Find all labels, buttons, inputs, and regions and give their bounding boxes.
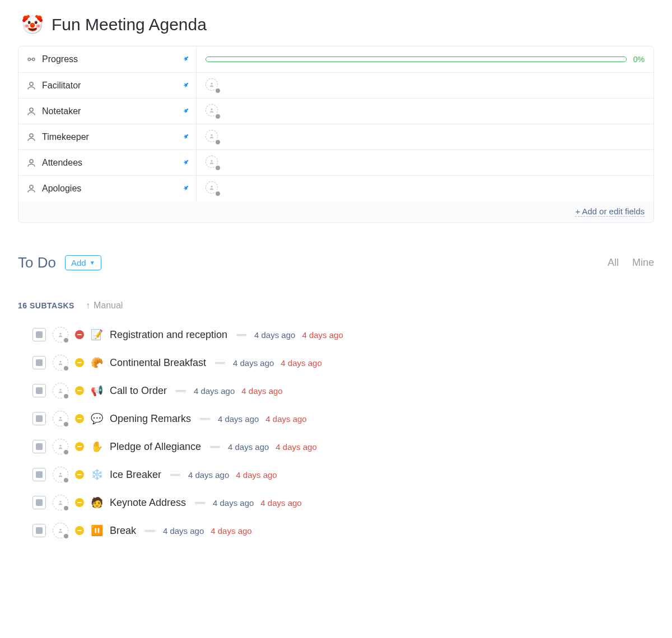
pin-icon[interactable] — [181, 81, 190, 90]
field-value-cell[interactable] — [197, 124, 654, 149]
task-name[interactable]: Break — [110, 525, 136, 537]
fields-footer: + Add or edit fields — [18, 201, 654, 222]
task-checkbox[interactable] — [32, 356, 46, 369]
field-value-cell[interactable] — [197, 176, 654, 201]
field-value-cell[interactable] — [197, 73, 654, 98]
priority-icon[interactable] — [75, 358, 84, 367]
progress-track — [206, 57, 627, 62]
filter-all[interactable]: All — [608, 257, 619, 269]
field-label-cell[interactable]: Attendees — [18, 150, 197, 175]
svg-point-14 — [59, 389, 61, 391]
svg-point-13 — [59, 361, 61, 363]
svg-point-2 — [30, 82, 33, 86]
priority-icon[interactable] — [75, 526, 84, 535]
task-emoji-icon: ❄️ — [91, 468, 103, 481]
priority-icon[interactable] — [75, 414, 84, 423]
pin-icon[interactable] — [181, 133, 190, 142]
sort-button[interactable]: ↑ Manual — [86, 301, 123, 311]
add-button[interactable]: Add ▼ — [65, 255, 101, 270]
task-name[interactable]: Registration and reception — [110, 329, 227, 341]
assignee-empty-icon[interactable] — [206, 130, 220, 144]
svg-point-0 — [28, 58, 31, 61]
pin-icon[interactable] — [181, 55, 190, 64]
priority-icon[interactable] — [75, 386, 84, 395]
task-created-date: 4 days ago — [254, 330, 295, 340]
task-checkbox[interactable] — [32, 524, 46, 537]
task-due-date: 4 days ago — [276, 442, 316, 452]
svg-point-6 — [30, 134, 33, 137]
task-checkbox[interactable] — [32, 468, 46, 481]
drag-handle-icon[interactable]: ══ — [145, 526, 154, 535]
person-icon — [26, 132, 36, 142]
task-checkbox[interactable] — [32, 328, 46, 341]
person-icon — [26, 106, 36, 116]
field-value-cell[interactable] — [197, 150, 654, 175]
priority-icon[interactable] — [75, 330, 84, 339]
drag-handle-icon[interactable]: ══ — [215, 358, 224, 367]
task-checkbox[interactable] — [32, 496, 46, 509]
task-name[interactable]: Ice Breaker — [110, 469, 161, 481]
assignee-empty-icon[interactable] — [53, 495, 68, 510]
assignee-empty-icon[interactable] — [53, 355, 68, 370]
task-emoji-icon: 💬 — [91, 412, 103, 425]
field-value-cell[interactable]: 0% — [197, 46, 654, 72]
svg-point-12 — [59, 333, 61, 335]
assignee-empty-icon[interactable] — [53, 411, 68, 426]
task-checkbox[interactable] — [32, 412, 46, 425]
assignee-empty-icon[interactable] — [53, 523, 68, 538]
field-label-cell[interactable]: Apologies — [18, 176, 197, 201]
assignee-empty-icon[interactable] — [53, 467, 68, 482]
svg-point-16 — [59, 445, 61, 447]
task-name[interactable]: Opening Remarks — [110, 413, 191, 425]
field-label-cell[interactable]: Timekeeper — [18, 124, 197, 149]
subtasks-count: 16 SUBTASKS — [18, 301, 74, 310]
task-due-date: 4 days ago — [281, 358, 321, 368]
assignee-empty-icon[interactable] — [206, 156, 220, 170]
assignee-empty-icon[interactable] — [206, 104, 220, 119]
page-title[interactable]: Fun Meeting Agenda — [52, 15, 207, 34]
filter-mine[interactable]: Mine — [632, 257, 654, 269]
assignee-empty-icon[interactable] — [206, 78, 220, 93]
assignee-empty-icon[interactable] — [206, 181, 220, 196]
drag-handle-icon[interactable]: ══ — [200, 414, 209, 423]
task-emoji-icon: ✋ — [91, 440, 103, 453]
field-label: Apologies — [42, 184, 81, 194]
task-checkbox[interactable] — [32, 384, 46, 397]
field-value-cell[interactable] — [197, 98, 654, 124]
pin-icon[interactable] — [181, 107, 190, 116]
task-due-date: 4 days ago — [236, 470, 277, 480]
field-label-cell[interactable]: Progress — [18, 46, 197, 72]
task-name[interactable]: Continental Breakfast — [110, 357, 206, 369]
svg-point-15 — [59, 417, 61, 419]
task-created-date: 4 days ago — [163, 526, 204, 536]
task-emoji-icon: 🧑 — [91, 496, 103, 509]
progress-percent: 0% — [633, 55, 645, 64]
priority-icon[interactable] — [75, 498, 84, 507]
pin-icon[interactable] — [181, 158, 190, 167]
progress-bar[interactable]: 0% — [206, 55, 645, 64]
field-label-cell[interactable]: Notetaker — [18, 98, 197, 124]
pin-icon[interactable] — [181, 184, 190, 193]
drag-handle-icon[interactable]: ══ — [170, 470, 179, 479]
svg-point-9 — [211, 160, 212, 161]
drag-handle-icon[interactable]: ══ — [176, 386, 185, 395]
task-created-date: 4 days ago — [188, 470, 229, 480]
task-name[interactable]: Pledge of Allegiance — [110, 441, 201, 453]
drag-handle-icon[interactable]: ══ — [236, 330, 245, 339]
add-edit-fields-link[interactable]: + Add or edit fields — [575, 207, 645, 217]
task-checkbox[interactable] — [32, 440, 46, 453]
task-name[interactable]: Keynote Address — [110, 497, 186, 509]
field-row: Notetaker — [18, 98, 654, 124]
task-due-date: 4 days ago — [241, 386, 282, 396]
task-name[interactable]: Call to Order — [110, 385, 167, 397]
task-created-date: 4 days ago — [233, 358, 274, 368]
drag-handle-icon[interactable]: ══ — [195, 498, 204, 507]
task-due-date: 4 days ago — [265, 414, 306, 424]
priority-icon[interactable] — [75, 442, 84, 451]
priority-icon[interactable] — [75, 470, 84, 479]
assignee-empty-icon[interactable] — [53, 327, 68, 343]
drag-handle-icon[interactable]: ══ — [210, 442, 219, 451]
field-label-cell[interactable]: Facilitator — [18, 73, 197, 98]
assignee-empty-icon[interactable] — [53, 439, 68, 454]
assignee-empty-icon[interactable] — [53, 383, 68, 398]
